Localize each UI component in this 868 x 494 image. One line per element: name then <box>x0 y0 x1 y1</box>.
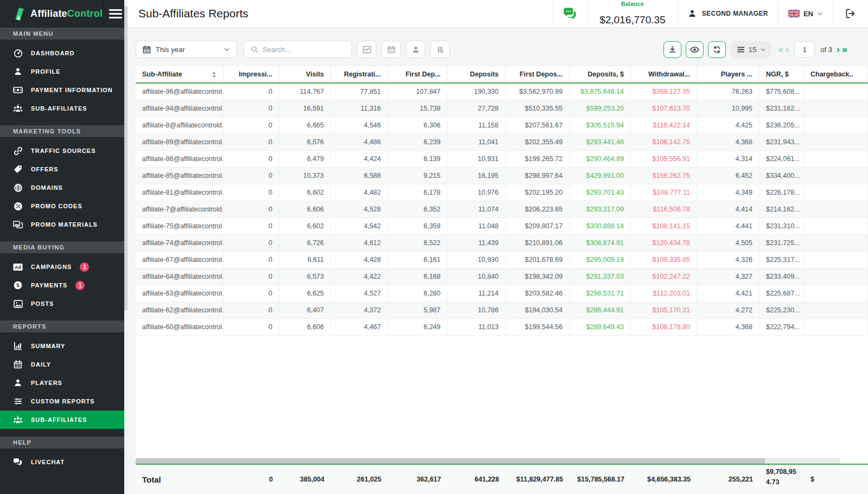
sidebar-item-dashboard[interactable]: DASHBOARD <box>0 44 127 62</box>
table-cell: 0 <box>224 268 279 285</box>
sidebar-item-summary[interactable]: SUMMARY <box>0 337 127 355</box>
sidebar-item-daily[interactable]: DAILY <box>0 355 127 374</box>
search-input[interactable] <box>263 46 339 54</box>
column-header-label: First Depos... <box>520 70 563 78</box>
date-range-select[interactable]: This year <box>136 41 237 58</box>
sidebar-item-sub-affiliates[interactable]: SUB-AFFILIATES <box>0 410 127 429</box>
table-cell: 11,158 <box>448 117 506 133</box>
export-button[interactable] <box>663 41 681 58</box>
sidebar-item-campaigns[interactable]: AdCAMPAIGNS1 <box>0 258 127 276</box>
chart-view-button[interactable] <box>357 41 376 58</box>
page-size-select[interactable]: 15 <box>731 41 771 58</box>
first-page-icon[interactable]: « <box>778 44 783 54</box>
sidebar-section-items: DASHBOARDPROFILEPAYMENT INFORMATIONSUB-A… <box>0 40 127 125</box>
user-icon <box>688 9 697 18</box>
sidebar-item-payment-information[interactable]: PAYMENT INFORMATION <box>0 81 127 99</box>
svg-text:$: $ <box>16 282 20 288</box>
refresh-button[interactable] <box>708 41 726 58</box>
manager-view-button[interactable] <box>406 41 425 58</box>
table-cell: $359,127.35 <box>631 84 697 100</box>
sidebar-item-promo-codes[interactable]: PROMO CODES <box>0 197 127 215</box>
preview-button[interactable] <box>686 41 704 58</box>
sidebar-item-label: DASHBOARD <box>31 50 75 56</box>
horizontal-scrollbar[interactable] <box>136 458 840 464</box>
table-cell: $293,701.43 <box>570 184 631 201</box>
logout-button[interactable] <box>833 0 868 27</box>
sidebar-item-traffic-sources[interactable]: TRAFFIC SOURCES <box>0 142 127 160</box>
sidebar-item-label: TRAFFIC SOURCES <box>31 147 96 154</box>
calendar-view-button[interactable] <box>381 41 401 58</box>
sidebar-item-label: PROMO MATERIALS <box>31 221 98 228</box>
brand-logo[interactable]: AffiliateControl <box>0 0 103 28</box>
sidebar-item-custom-reports[interactable]: CUSTOM REPORTS <box>0 392 127 410</box>
table-cell: 4,441 <box>697 218 760 234</box>
sidebar-section-label: MARKETING TOOLS <box>0 125 127 137</box>
page-title: Sub-Affiliates Reports <box>127 0 553 27</box>
table-row: affiliate-86@affiliatecontrol...06,4794,… <box>136 151 868 168</box>
column-header-impressi[interactable]: Impressi... <box>224 66 279 82</box>
prev-page-icon[interactable]: ‹ <box>786 44 789 54</box>
table-cell: 0 <box>224 168 279 184</box>
app-layout: AffiliateControl MAIN MENUDASHBOARDPROFI… <box>0 0 868 494</box>
horizontal-scrollbar-thumb[interactable] <box>136 458 765 464</box>
column-header-sub-affiliate[interactable]: Sub-Affiliate <box>136 66 224 82</box>
table-cell: 107,847 <box>388 84 448 100</box>
column-header-deposits[interactable]: Deposits <box>448 66 506 82</box>
dashboard-icon <box>13 48 23 58</box>
language-selector[interactable]: EN <box>778 0 833 27</box>
sidebar-item-posts[interactable]: POSTS <box>0 294 127 313</box>
table-cell <box>804 151 868 167</box>
column-header-ngr[interactable]: NGR, $ <box>760 66 804 82</box>
column-header-players[interactable]: Players ... <box>697 66 760 82</box>
table-cell: 5,987 <box>388 302 448 318</box>
sidebar-item-players[interactable]: PLAYERS <box>0 374 127 392</box>
column-header-registrati[interactable]: Registrati... <box>331 66 388 82</box>
sidebar-item-label: DAILY <box>31 361 51 368</box>
sidebar-item-domains[interactable]: DOMAINS <box>0 178 127 197</box>
table-cell: 6,479 <box>279 151 331 167</box>
users-icon <box>13 104 23 113</box>
sidebar-item-promo-materials[interactable]: PROMO MATERIALS <box>0 215 127 234</box>
page-number-input[interactable] <box>794 41 815 57</box>
sidebar-item-profile[interactable]: PROFILE <box>0 62 127 81</box>
total-cell: 362,617 <box>388 465 448 494</box>
total-cell: 261,025 <box>331 465 388 494</box>
column-header-deposits[interactable]: Deposits, $ <box>570 66 631 82</box>
sidebar-scrollbar[interactable] <box>124 0 127 494</box>
column-header-label: Deposits <box>470 70 499 78</box>
table-row: affiliate-64@affiliatecontrol...06,5734,… <box>136 268 868 285</box>
sidebar-scrollbar-thumb[interactable] <box>124 7 127 310</box>
total-cell: 385,004 <box>279 465 331 494</box>
sidebar-item-label: POSTS <box>31 300 54 307</box>
table-cell: $775,608... <box>760 84 804 100</box>
sidebar-item-livechat[interactable]: LIVECHAT <box>0 453 127 471</box>
column-header-first-dep[interactable]: First Dep... <box>388 66 448 82</box>
user-menu[interactable]: SECOND MANAGER <box>678 0 778 27</box>
column-settings-button[interactable] <box>430 41 450 58</box>
table-cell: 6,161 <box>388 252 448 268</box>
table-row: affiliate-96@affiliatecontrol...0114,767… <box>136 84 868 100</box>
table-cell: 4,421 <box>697 285 760 301</box>
column-header-withdrawal[interactable]: Withdrawal... <box>631 66 697 82</box>
table-cell: $108,141.15 <box>631 218 697 234</box>
table-cell: $105,170.31 <box>631 302 697 318</box>
sidebar-item-offers[interactable]: OFFERS <box>0 160 127 178</box>
sidebar-item-payments[interactable]: $PAYMENTS1 <box>0 276 127 294</box>
column-header-visits[interactable]: Visits <box>279 66 331 82</box>
table-cell: 0 <box>224 100 279 117</box>
sort-icon[interactable] <box>207 71 216 78</box>
sidebar-item-sub-affiliates[interactable]: SUB-AFFILIATES <box>0 99 127 118</box>
last-page-icon[interactable]: » <box>842 44 847 54</box>
next-page-icon[interactable]: › <box>837 44 840 54</box>
column-header-first-depos[interactable]: First Depos... <box>506 66 570 82</box>
table-cell: 77,851 <box>331 84 388 100</box>
profile-icon <box>13 67 23 76</box>
chat-button[interactable] <box>553 0 587 27</box>
sidebar-section-label: MEDIA BUYING <box>0 241 127 253</box>
table-cell: $224,061... <box>760 151 804 167</box>
column-header-chargeback[interactable]: Chargeback.. <box>804 66 868 82</box>
table-cell: $109,335.85 <box>631 252 697 268</box>
table-cell: 6,280 <box>388 285 448 301</box>
table-cell: $108,178.80 <box>631 319 697 335</box>
table-cell: 4,372 <box>331 302 388 318</box>
